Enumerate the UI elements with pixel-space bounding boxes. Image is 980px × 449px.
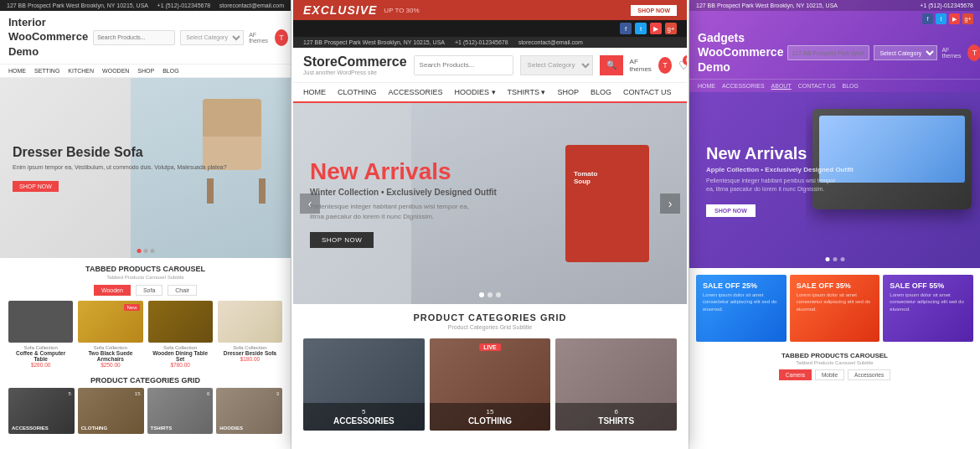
center-user-avatar: T <box>658 57 672 74</box>
carousel-tab-chair[interactable]: Chair <box>168 285 197 296</box>
right-tab-mobile[interactable]: Mobile <box>815 369 844 380</box>
center-cat-tshirt-count: 6 <box>560 408 672 415</box>
left-nav-kitchen[interactable]: KITCHEN <box>68 68 94 74</box>
right-logo: Gadgets WooCommerce Demo <box>698 31 783 75</box>
left-nav-shop[interactable]: SHOP <box>137 68 154 74</box>
left-search-input[interactable] <box>93 30 175 45</box>
right-nav-home[interactable]: HOME <box>698 83 715 89</box>
youtube-icon[interactable]: ▶ <box>650 23 662 34</box>
center-wishlist-icon[interactable]: ♡ 0 <box>678 59 689 72</box>
left-logo-text: Interior <box>8 16 88 28</box>
facebook-icon[interactable]: f <box>620 23 632 34</box>
left-cat-tshirt-count: 6 <box>207 391 209 396</box>
right-gplus-icon[interactable]: g+ <box>962 13 973 24</box>
center-logo: StoreCommerce Just another WordPress sit… <box>303 54 407 75</box>
right-sale-card-2[interactable]: SALE OFF 35% Lorem ipsum dolor sit amet … <box>790 275 880 342</box>
right-nav-accessories[interactable]: ACCESSORIES <box>722 83 765 89</box>
center-hero-button[interactable]: SHOP NOW <box>310 232 374 248</box>
dot-1 <box>137 249 141 253</box>
center-banner-button[interactable]: SHOP NOW <box>631 5 677 16</box>
center-nav-accessories[interactable]: ACCESSORIES <box>389 88 443 96</box>
center-cat-clothing[interactable]: LIVE 15 CLOTHING <box>430 338 551 431</box>
right-nav-contact[interactable]: CONTACT US <box>798 83 836 89</box>
center-cat-tshirts[interactable]: 6 TSHIRTS <box>555 338 677 431</box>
left-hero-description: Enim ipsum tempor ea, Vestibulum, ut com… <box>13 163 227 172</box>
left-nav-home[interactable]: HOME <box>8 68 26 74</box>
right-sale-desc-1: Lorem ipsum dolor sit amet consectetur a… <box>703 292 780 312</box>
center-cat-acc-name: ACCESSORIES <box>308 416 420 426</box>
right-nav-about[interactable]: ABOUT <box>771 83 792 89</box>
center-nav-blog[interactable]: BLOG <box>591 88 611 96</box>
left-nav-blog[interactable]: BLOG <box>162 68 178 74</box>
google-plus-icon[interactable]: g+ <box>665 23 677 34</box>
center-af-themes: AF themes <box>630 58 655 73</box>
center-top-bar: EXCLUSIVE UP TO 30% SHOP NOW <box>293 0 687 20</box>
center-search-button[interactable]: 🔍 <box>600 55 623 75</box>
left-nav-wooden[interactable]: WOODEN <box>102 68 129 74</box>
right-tab-accessories[interactable]: Accessories <box>848 369 890 380</box>
center-nav-shop[interactable]: SHOP <box>557 88 579 96</box>
right-hero-button[interactable]: SHOP NOW <box>706 204 756 217</box>
left-cat-accessories[interactable]: 5 ACCESSORIES <box>8 388 75 434</box>
center-hero-title: New Arrivals <box>310 159 497 185</box>
right-search-input[interactable] <box>787 45 869 60</box>
left-cat-acc-count: 5 <box>68 391 70 396</box>
right-sale-card-1[interactable]: SALE OFF 25% Lorem ipsum dolor sit amet … <box>696 275 787 342</box>
twitter-icon[interactable]: t <box>635 23 647 34</box>
center-nav-contact[interactable]: CONTACT US <box>623 88 672 96</box>
left-topbar: 127 BB Prospect Park West Brooklyn, NY 1… <box>0 0 291 11</box>
left-product-4: Sofa Collection Dresser Beside Sofa $180… <box>218 301 282 368</box>
right-user-avatar: T <box>967 44 980 61</box>
left-product-1-price: $280.00 <box>8 362 73 368</box>
center-nav-tshirts[interactable]: TSHIRTS ▾ <box>508 88 546 96</box>
right-address: 127 BB Prospect Park West Brooklyn, NY 1… <box>696 3 838 8</box>
center-categories: 5 ACCESSORIES LIVE 15 CLOTHING 6 TSHIRTS <box>303 338 677 431</box>
right-twitter-icon[interactable]: t <box>936 13 946 24</box>
center-logo-sub: Just another WordPress site <box>303 70 407 75</box>
center-user-info: AF themes T <box>630 57 672 74</box>
left-hero-title: Dresser Beside Sofa <box>13 144 227 160</box>
center-nav-hoodies[interactable]: HOODIES ▾ <box>455 88 496 96</box>
center-nav-clothing[interactable]: CLOTHING <box>338 88 377 96</box>
center-hero-subtitle: Winter Collection • Exclusively Designed… <box>310 188 497 197</box>
right-category-select[interactable]: Select Category <box>874 45 937 60</box>
right-dot-1 <box>825 257 829 261</box>
left-panel: 127 BB Prospect Park West Brooklyn, NY 1… <box>0 0 291 449</box>
center-category-select[interactable]: Select Category <box>520 55 593 75</box>
left-cat-tshirts[interactable]: 6 TSHIRTS <box>147 388 214 434</box>
shirt-text: TomatoSoup <box>574 170 597 185</box>
left-hero-button[interactable]: SHOP NOW <box>13 181 59 192</box>
left-product-3-name: Wooden Dining Table Set <box>148 350 213 362</box>
right-facebook-icon[interactable]: f <box>922 13 933 24</box>
left-hero: Dresser Beside Sofa Enim ipsum tempor ea… <box>0 78 291 258</box>
left-cat-clothing[interactable]: 15 CLOTHING <box>78 388 144 434</box>
center-hero-description: Pellentesque integer habitant penibus wi… <box>310 202 477 222</box>
center-search-input[interactable] <box>414 55 513 75</box>
right-hero: New Arrivals Apple Collection • Exclusiv… <box>689 92 980 268</box>
right-sale-desc-2: Lorem ipsum dolor sit amet consectetur a… <box>797 292 874 312</box>
left-user: AF themes T <box>249 29 288 46</box>
center-hero-next[interactable]: › <box>660 194 680 214</box>
left-logo-sub: WooCommerce Demo <box>8 30 88 58</box>
left-cat-hood-count: 3 <box>276 391 279 396</box>
left-category-select[interactable]: Select Category <box>180 30 244 45</box>
left-nav-setting[interactable]: SETTING <box>34 68 59 74</box>
center-nav-home[interactable]: HOME <box>303 88 326 96</box>
left-email: storecontact@email.com <box>219 3 284 8</box>
left-products-section: TABBED PRODUCTS CAROUSEL Tabbed Products… <box>0 258 291 374</box>
right-nav-blog[interactable]: BLOG <box>843 83 859 89</box>
right-carousel-tabs: Camera Mobile Accessories <box>696 369 973 380</box>
carousel-tab-sofa[interactable]: Sofa <box>136 285 162 296</box>
right-carousel-title: TABBED PRODUCTS CAROUSEL <box>696 352 973 359</box>
right-hero-description: Pellentesque integer habitant penibus wi… <box>706 177 840 194</box>
center-cat-accessories[interactable]: 5 ACCESSORIES <box>303 338 425 431</box>
right-tab-camera[interactable]: Camera <box>779 369 812 380</box>
left-cat-hoodies[interactable]: 3 HOODIES <box>216 388 282 434</box>
carousel-tab-wooden[interactable]: Wooden <box>94 285 131 296</box>
left-categories: 5 ACCESSORIES 15 CLOTHING 6 TSHIRTS 3 HO… <box>0 388 291 434</box>
shirt-visual: TomatoSoup <box>565 145 649 262</box>
right-sale-card-3[interactable]: SALE OFF 55% Lorem ipsum dolor sit amet … <box>883 275 973 342</box>
right-dot-2 <box>833 257 837 261</box>
right-youtube-icon[interactable]: ▶ <box>949 13 960 24</box>
left-carousel-tabs: Wooden Sofa Chair <box>8 285 282 296</box>
